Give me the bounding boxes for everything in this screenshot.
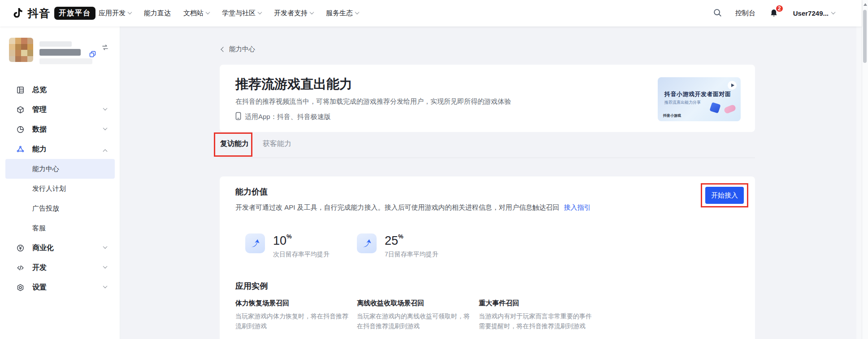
nav-item-service-eco[interactable]: 服务生态 bbox=[326, 9, 359, 18]
brand-badge: 开放平台 bbox=[54, 7, 95, 20]
sidebar-item-capability[interactable]: 能力 bbox=[0, 139, 120, 159]
sidebar-item-overview[interactable]: 总览 bbox=[0, 80, 120, 100]
banner-title: 抖音小游戏开发者面对面 bbox=[664, 90, 731, 98]
tab-divider bbox=[220, 158, 755, 158]
arrow-up-icon bbox=[357, 233, 377, 253]
page-description: 在抖音的推荐视频流当中，可将加载完成的游戏推荐分发给用户，实现所见即所得的游戏体… bbox=[235, 97, 511, 106]
stat-caption: 7日留存率平均提升 bbox=[385, 251, 438, 259]
annotation-box-tab bbox=[214, 132, 252, 157]
sidebar-menu: 总览 管理 数据 能力 能力中心 发行人计划 bbox=[0, 80, 120, 297]
notification-badge: 2 bbox=[775, 4, 784, 13]
banner-subtitle: 推荐流直出能力分享 bbox=[664, 100, 701, 106]
arrow-up-icon bbox=[245, 233, 265, 253]
avatar bbox=[9, 38, 33, 62]
phone-icon bbox=[235, 112, 241, 122]
nav-item-academy[interactable]: 学堂与社区 bbox=[222, 9, 261, 18]
chevron-down-icon bbox=[831, 10, 836, 14]
chevron-down-icon bbox=[103, 244, 108, 249]
nav-item-dev-support[interactable]: 开发者支持 bbox=[274, 9, 313, 18]
nav-right: 控制台 2 User7249... bbox=[713, 0, 835, 26]
example-offline-earnings: 离线收益收取场景召回 当玩家在游戏内的离线收益可领取时，将在抖音推荐流刷到游戏 bbox=[357, 299, 473, 331]
applicable-apps: 适用App：抖音、抖音极速版 bbox=[235, 112, 331, 122]
page-title: 推荐流游戏直出能力 bbox=[235, 75, 352, 93]
sidebar-item-development[interactable]: 开发 bbox=[0, 258, 120, 277]
nav-menu: 应用开发 能力直达 文档站 学堂与社区 开发者支持 服务生态 bbox=[99, 0, 359, 26]
tab-acquisition-capability[interactable]: 获客能力 bbox=[263, 139, 291, 149]
search-icon[interactable] bbox=[713, 8, 722, 19]
banner-brand: 抖音小游戏 bbox=[663, 113, 681, 118]
banner-3d-cube bbox=[709, 102, 720, 113]
sidebar-subitem-capability-center[interactable]: 能力中心 bbox=[5, 159, 115, 179]
brand-name: 抖音 bbox=[28, 6, 50, 21]
nav-item-app-dev[interactable]: 应用开发 bbox=[99, 9, 131, 18]
chevron-down-icon bbox=[310, 10, 314, 14]
page: 抖音 开放平台 应用开发 能力直达 文档站 学堂与社区 开发者支持 服务生态 控… bbox=[0, 0, 868, 339]
scrollbar-up-arrow[interactable] bbox=[864, 3, 867, 6]
scrollbar-thumb[interactable] bbox=[863, 10, 867, 63]
douyin-note-icon bbox=[12, 6, 24, 21]
sidebar-subitem-customer-service[interactable]: 客服 bbox=[5, 218, 115, 238]
sidebar-item-data[interactable]: 数据 bbox=[0, 119, 120, 139]
console-link[interactable]: 控制台 bbox=[735, 9, 755, 18]
annotation-box-cta bbox=[701, 183, 748, 207]
example-major-event: 重大事件召回 当游戏内有对于玩家而言非常重要的事件需要提醒时，将在抖音推荐流刷到… bbox=[479, 299, 595, 331]
logo[interactable]: 抖音 开放平台 bbox=[12, 6, 95, 21]
gear-icon bbox=[16, 283, 25, 292]
top-nav: 抖音 开放平台 应用开发 能力直达 文档站 学堂与社区 开发者支持 服务生态 控… bbox=[0, 0, 862, 26]
sidebar-item-manage[interactable]: 管理 bbox=[0, 100, 120, 119]
sidebar-item-settings[interactable]: 设置 bbox=[0, 277, 120, 297]
integration-guide-link[interactable]: 接入指引 bbox=[564, 203, 591, 211]
chevron-left-icon bbox=[221, 47, 226, 52]
capability-heading: 能力价值 bbox=[235, 186, 268, 197]
nav-item-docs[interactable]: 文档站 bbox=[183, 9, 209, 18]
cube-icon bbox=[16, 106, 25, 114]
chevron-down-icon bbox=[103, 264, 108, 269]
chevron-down-icon bbox=[206, 10, 210, 14]
capability-description: 开发者可通过改 API 及工具，自行完成能力接入。接入后可使用游戏内的相关进程信… bbox=[235, 203, 591, 212]
switch-account-icon[interactable] bbox=[101, 44, 109, 53]
user-menu[interactable]: User7249... bbox=[793, 9, 835, 17]
example-stamina-recovery: 体力恢复场景召回 当玩家游戏内体力恢复时，将在抖音推荐流刷到游戏 bbox=[235, 299, 351, 331]
examples-heading: 应用实例 bbox=[235, 281, 268, 291]
stat-next-day-retention: 10% 次日留存率平均提升 bbox=[245, 233, 330, 259]
notifications-button[interactable]: 2 bbox=[769, 8, 780, 19]
code-icon bbox=[16, 264, 25, 272]
account-meta-redacted bbox=[39, 58, 92, 64]
sidebar-subitem-publisher-plan[interactable]: 发行人计划 bbox=[5, 179, 115, 198]
yuan-coin-icon bbox=[16, 244, 25, 252]
chevron-down-icon bbox=[103, 126, 108, 130]
nav-item-capability-direct[interactable]: 能力直达 bbox=[144, 9, 171, 18]
play-button-icon[interactable] bbox=[728, 81, 737, 90]
content-edge-strip bbox=[856, 26, 862, 339]
chevron-up-icon bbox=[103, 149, 108, 154]
chevron-down-icon bbox=[258, 10, 262, 14]
chevron-down-icon bbox=[103, 106, 108, 110]
pie-chart-icon bbox=[16, 125, 25, 134]
promo-banner[interactable]: 抖音小游戏开发者面对面 推荐流直出能力分享 抖音小游戏 bbox=[658, 77, 741, 121]
stat-caption: 次日留存率平均提升 bbox=[273, 251, 330, 259]
sidebar-subitem-ad-delivery[interactable]: 广告投放 bbox=[5, 198, 115, 218]
account-id-redacted bbox=[39, 49, 81, 56]
account-name-redacted bbox=[39, 41, 72, 47]
copy-icon[interactable] bbox=[89, 50, 96, 60]
sidebar: 总览 管理 数据 能力 能力中心 发行人计划 bbox=[0, 26, 120, 339]
banner-3d-ribbon bbox=[723, 104, 736, 114]
capability-network-icon bbox=[16, 145, 25, 154]
chevron-down-icon bbox=[355, 10, 360, 14]
sidebar-item-commercialization[interactable]: 商业化 bbox=[0, 238, 120, 258]
chevron-down-icon bbox=[128, 10, 132, 14]
stat-7-day-retention: 25% 7日留存率平均提升 bbox=[357, 233, 438, 259]
breadcrumb-back[interactable]: 能力中心 bbox=[221, 45, 255, 53]
grid-icon bbox=[16, 86, 25, 94]
chevron-down-icon bbox=[103, 284, 108, 288]
